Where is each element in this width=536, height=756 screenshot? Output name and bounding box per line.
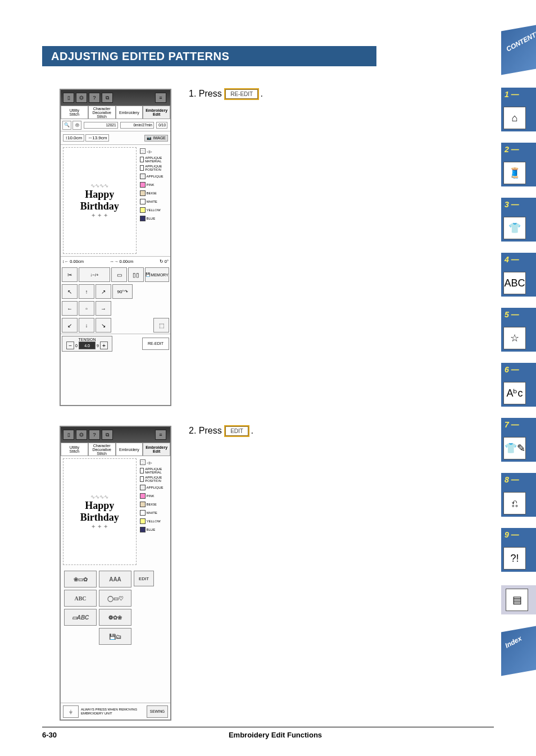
lock-icon[interactable]: ⏣	[76, 93, 87, 103]
lcd-screenshot-2: ▯ ⏣ ? ⧉ ≡ Utility Stitch Character Decor…	[60, 426, 171, 721]
fwd-icon[interactable]: ▷	[149, 149, 152, 153]
step1-suffix: .	[261, 89, 263, 98]
position-row: ↕← 0.00cm ↔→ 0.00cm ↻ 0°	[61, 256, 170, 266]
image-button[interactable]: 📷 IMAGE	[144, 135, 168, 142]
tab-embroidery[interactable]: Embroidery	[116, 106, 143, 119]
color-item: APPLIQUE	[139, 172, 170, 180]
re-edit-button[interactable]: RE-EDIT	[142, 338, 169, 350]
color-item: YELLOW	[139, 206, 170, 214]
tab-utility-stitch[interactable]: Utility Stitch	[61, 106, 88, 119]
decorative-button[interactable]: ❁✿❀	[99, 609, 131, 626]
color-swatch	[140, 174, 146, 179]
foot-icon[interactable]: ▯	[63, 93, 74, 103]
color-swatch	[140, 190, 146, 196]
arrow-sw-button[interactable]: ↙	[62, 318, 78, 333]
sewing-button[interactable]: SEWING	[147, 705, 168, 718]
pattern-menu-grid: ❀▭✿ AAA EDIT ABC ◯▭♡ ▭ABC ❁✿❀ 💾🗂	[61, 567, 170, 650]
spool-top-icon[interactable]: ⧉	[102, 93, 113, 103]
footer-section-title: Embroidery Edit Functions	[57, 731, 494, 739]
baste-button[interactable]: ▭	[111, 267, 127, 282]
arrow-nw-button[interactable]: ↖	[62, 284, 78, 299]
tension-plus-button[interactable]: +	[100, 341, 108, 349]
rotate-90-button[interactable]: 90°↷	[112, 284, 133, 299]
time-display: 0min/27min	[120, 122, 155, 129]
memory-button[interactable]: 💾MEMORY	[145, 267, 169, 282]
tension-minus-button[interactable]: −	[66, 341, 74, 349]
layers-button[interactable]: ▯▯	[128, 267, 144, 282]
top-icon-bar: ▯ ⏣ ? ⧉ ≡	[61, 427, 170, 443]
color-list: ⬚ ◁ ▷ APPLIQUE MATERIAL APPLIQUE POSITIO…	[139, 145, 170, 256]
color-item: APPLIQUE POSITION	[139, 163, 170, 172]
spool-icon[interactable]: ⬚	[140, 148, 146, 154]
help-icon[interactable]: ?	[89, 430, 100, 440]
side-tab-stack[interactable]: ▤	[501, 585, 536, 614]
magnify-icon[interactable]: 🔍	[62, 121, 71, 130]
preview-line2: Birthday	[80, 512, 119, 523]
menu-icon[interactable]: ≡	[155, 430, 166, 440]
tab-embroidery-edit[interactable]: Embroidery Edit	[143, 106, 170, 119]
tension-value: 4.0	[79, 341, 96, 349]
tab-embroidery[interactable]: Embroidery	[116, 443, 143, 456]
scissors-button[interactable]: ✂	[62, 267, 78, 282]
side-tab-3[interactable]: 3 — 👕	[501, 198, 536, 242]
side-tab-7[interactable]: 7 — 👕✎	[501, 418, 536, 462]
shapes-button[interactable]: ◯▭♡	[99, 590, 131, 607]
color-item: WHITE	[139, 508, 170, 517]
tab-char-decorative[interactable]: Character Decorative Stitch	[88, 106, 116, 119]
card-button[interactable]: 💾🗂	[99, 628, 131, 645]
shirt-icon: 👕	[503, 217, 526, 239]
side-tab-contents[interactable]: CONTENTS	[501, 28, 536, 72]
edit-button[interactable]: EDIT	[134, 571, 154, 586]
arrow-s-button[interactable]: ↓	[79, 318, 94, 333]
tab-utility-stitch[interactable]: Utility Stitch	[61, 443, 88, 456]
arrow-n-button[interactable]: ↑	[79, 284, 94, 299]
arrow-se-button[interactable]: ↘	[96, 318, 111, 333]
canvas-area: ∿∿∿∿ Happy Birthday ✦ ✦ ✦ ⬚ ◁ ▷ APPLIQUE…	[61, 145, 170, 256]
step2-num: 2.	[189, 426, 196, 435]
re-edit-key-illustration: RE-EDIT	[225, 89, 258, 99]
side-tab-4[interactable]: 4 — ABC	[501, 253, 536, 297]
fonts-abc-script-button[interactable]: ▭ABC	[64, 609, 97, 626]
side-tab-index[interactable]: Index	[501, 629, 536, 673]
side-tab-2[interactable]: 2 — 🧵	[501, 143, 536, 186]
page-number: 6-30	[42, 731, 57, 739]
frame-button[interactable]: ⬚	[153, 318, 169, 333]
lock-icon[interactable]: ⏣	[76, 430, 87, 440]
menu-icon[interactable]: ≡	[155, 93, 166, 103]
color-item: BEIGE	[139, 500, 170, 508]
arrow-e-button[interactable]: →	[96, 301, 111, 316]
arrow-w-button[interactable]: ←	[62, 301, 78, 316]
side-tab-9[interactable]: 9 — ?!	[501, 528, 536, 572]
step-button[interactable]: ↓−/+	[79, 267, 110, 282]
side-tab-6[interactable]: 6 — Aᵇc	[501, 363, 536, 407]
tab-char-decorative[interactable]: Character Decorative Stitch	[88, 443, 116, 456]
tab-embroidery-edit[interactable]: Embroidery Edit	[143, 443, 170, 456]
preview-line2: Birthday	[80, 201, 119, 212]
spool-icon[interactable]: ⬚	[140, 459, 146, 465]
fwd-icon[interactable]: ▷	[149, 461, 152, 464]
page-footer: 6-30 Embroidery Edit Functions	[42, 727, 494, 739]
page-title-bar: ADJUSTING EDITED PATTERNS	[42, 46, 376, 66]
side-tab-8[interactable]: 8 — ⎌	[501, 473, 536, 517]
top-spacer	[115, 93, 153, 103]
machine-icon: ⌂	[503, 107, 526, 129]
unplug-icon[interactable]: ⏚	[63, 705, 79, 718]
spool-top-icon[interactable]: ⧉	[102, 430, 113, 440]
swirl-top-icon: ∿∿∿∿	[90, 183, 108, 189]
size-row: ↕10.0cm ↔13.9cm 📷 IMAGE	[61, 131, 170, 145]
side-tab-1[interactable]: 1 — ⌂	[501, 88, 536, 131]
stitch-count: 12021	[84, 122, 118, 129]
foot-icon[interactable]: ▯	[63, 430, 74, 440]
fonts-aaa-button[interactable]: AAA	[99, 571, 131, 588]
arrow-ne-button[interactable]: ↗	[96, 284, 111, 299]
height-display: ↕10.0cm	[63, 134, 84, 142]
spool-nav: ⬚ ◁ ▷	[139, 147, 170, 155]
designs-button[interactable]: ❀▭✿	[64, 571, 97, 588]
center-button[interactable]: ▫	[79, 301, 94, 316]
side-tab-5[interactable]: 5 — ☆	[501, 308, 536, 352]
width-display: ↔13.9cm	[85, 134, 109, 142]
fonts-abc-button[interactable]: ABC	[64, 590, 97, 607]
help-icon[interactable]: ?	[89, 93, 100, 103]
tools-row-4: ↙ ↓ ↘ ⬚	[61, 317, 170, 334]
color-item: BLUE	[139, 214, 170, 222]
